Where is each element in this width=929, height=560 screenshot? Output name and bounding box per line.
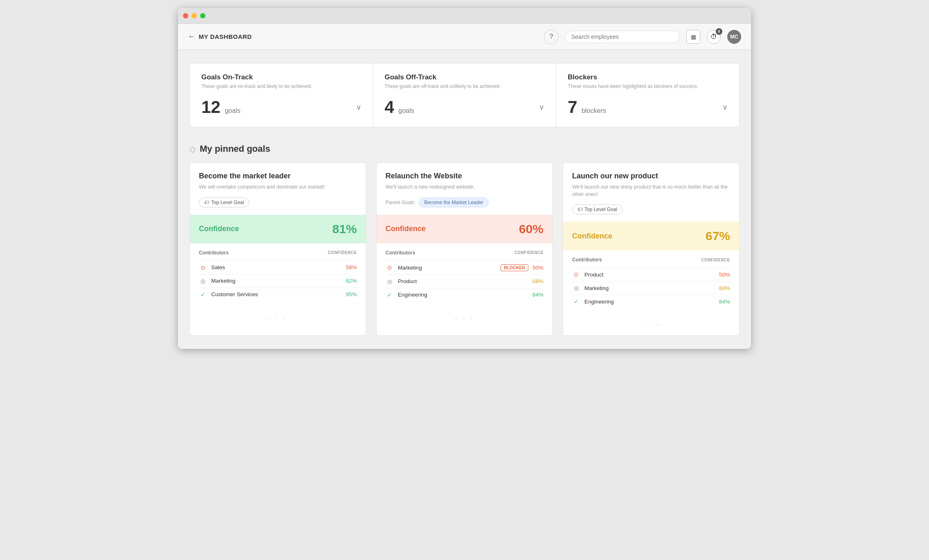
tag-icon: 🏷	[577, 207, 582, 212]
blockers-count: 7 blockers	[568, 97, 606, 117]
goal-2-confidence-col: CONFIDENCE	[514, 250, 543, 255]
avatar[interactable]: MC	[727, 30, 741, 44]
goal-2-parent-goals: Parent Goals: Become the Market Leader	[386, 198, 543, 207]
contributor-3-icon: ✓	[572, 298, 580, 305]
notification-button[interactable]: ⏱ 8	[707, 30, 721, 44]
goal-1-contributors: Contributors CONFIDENCE ⊙ Sales 58% ◎ Ma…	[190, 243, 366, 308]
goal-1-desc: We will overtake competicom and dominate…	[199, 184, 357, 191]
blockers-chevron-icon: ∨	[722, 103, 728, 112]
contributor-2-icon: ◎	[572, 285, 580, 291]
contributor-2-icon: ◎	[386, 278, 394, 285]
list-item: ◎ Product 68%	[386, 274, 543, 288]
pin-icon: ◇	[189, 144, 196, 154]
on-track-count-row: 12 goals ∨	[201, 97, 361, 117]
contributor-2-pct: 68%	[532, 278, 543, 284]
contributor-3-name: Engineering	[584, 299, 715, 305]
contributor-1-name: Sales	[211, 264, 342, 270]
goal-2-contributors-header: Contributors CONFIDENCE	[386, 250, 543, 256]
on-track-title: Goals On-Track	[201, 73, 361, 81]
goal-3-confidence-label: Confidence	[572, 232, 612, 241]
goal-card-1-body: Become the market leader We will overtak…	[190, 163, 366, 215]
blockers-count-row: 7 blockers ∨	[568, 97, 728, 117]
parent-goal-tag[interactable]: Become the Market Leader	[419, 198, 489, 207]
blocked-badge: BLOCKED	[501, 264, 528, 271]
goal-1-confidence-col: CONFIDENCE	[328, 250, 357, 255]
blockers-card[interactable]: Blockers These issues have been highligh…	[556, 63, 739, 127]
goal-3-tag[interactable]: 🏷 Top Level Goal	[572, 205, 622, 214]
parent-goal-label: Parent Goals:	[386, 200, 415, 205]
goal-2-desc: We'll launch a new redesigned website.	[386, 184, 543, 191]
goal-3-confidence-band: Confidence 67%	[563, 222, 739, 250]
goal-3-more-dots: · · ·	[563, 315, 739, 335]
search-input[interactable]	[571, 34, 674, 40]
contributor-1-pct: 50%	[532, 265, 543, 271]
goal-1-contributors-label: Contributors	[199, 250, 229, 256]
goal-3-contributors: Contributors CONFIDENCE ⊙ Product 50% ◎ …	[563, 250, 739, 315]
search-box[interactable]	[565, 31, 680, 43]
contributor-1-icon: ⊙	[386, 264, 394, 271]
off-track-title: Goals Off-Track	[385, 73, 545, 81]
off-track-chevron-icon: ∨	[539, 103, 544, 112]
tag-icon: 🏷	[204, 200, 209, 205]
goal-3-desc: We'll launch our new shiny product that …	[572, 184, 730, 198]
back-button[interactable]: ← MY DASHBOARD	[188, 32, 252, 41]
contributor-3-name: Engineering	[398, 292, 528, 298]
goal-1-confidence-label: Confidence	[199, 225, 239, 233]
goal-card-2: Relaunch the Website We'll launch a new …	[376, 162, 553, 336]
list-item: ◎ Marketing 82%	[199, 274, 357, 288]
help-icon: ?	[550, 33, 553, 40]
goal-2-contributors: Contributors CONFIDENCE ⊙ Marketing BLOC…	[377, 243, 552, 308]
back-arrow-icon: ←	[188, 32, 196, 41]
maximize-button[interactable]	[200, 13, 205, 18]
summary-cards: Goals On-Track These goals are on-track …	[189, 63, 740, 127]
blockers-desc: These issues have been highlighted as bl…	[568, 83, 728, 89]
goal-card-2-body: Relaunch the Website We'll launch a new …	[377, 163, 552, 207]
clock-icon: ⏱	[710, 33, 717, 40]
on-track-chevron-icon: ∨	[356, 103, 361, 112]
goal-1-more-dots: · · ·	[190, 308, 366, 328]
bar-chart-button[interactable]: ▦	[686, 30, 700, 44]
goal-card-3: Launch our new product We'll launch our …	[563, 162, 740, 336]
notification-badge: 8	[716, 28, 722, 35]
goal-1-title: Become the market leader	[199, 172, 357, 180]
goals-on-track-card[interactable]: Goals On-Track These goals are on-track …	[190, 63, 373, 127]
list-item: ✓ Engineering 84%	[386, 288, 543, 301]
goal-3-confidence-pct: 67%	[706, 229, 730, 243]
minimize-button[interactable]	[192, 13, 197, 18]
contributor-1-icon: ⊙	[199, 264, 207, 271]
contributor-1-name: Product	[584, 272, 715, 278]
goal-1-confidence-pct: 81%	[332, 222, 357, 236]
off-track-desc: These goals are off-track and unlikely t…	[385, 83, 545, 89]
list-item: ◎ Marketing 68%	[572, 281, 730, 295]
list-item: ✓ Engineering 84%	[572, 295, 730, 308]
contributor-3-icon: ✓	[386, 292, 394, 298]
goal-cards-container: Become the market leader We will overtak…	[189, 162, 740, 336]
goal-card-1: Become the market leader We will overtak…	[189, 162, 366, 336]
goal-3-title: Launch our new product	[572, 172, 730, 180]
list-item: ⊙ Product 50%	[572, 268, 730, 281]
contributor-1-name: Marketing	[398, 265, 496, 271]
bar-chart-icon: ▦	[691, 34, 696, 40]
help-button[interactable]: ?	[544, 29, 559, 44]
close-button[interactable]	[183, 13, 188, 18]
goal-3-confidence-col: CONFIDENCE	[701, 258, 730, 262]
contributor-3-pct: 84%	[532, 292, 543, 298]
goal-1-tag[interactable]: 🏷 Top Level Goal	[199, 198, 249, 207]
contributor-1-pct: 58%	[346, 264, 357, 270]
on-track-count: 12 goals	[201, 97, 240, 117]
goals-off-track-card[interactable]: Goals Off-Track These goals are off-trac…	[373, 63, 557, 127]
goal-3-contributors-header: Contributors CONFIDENCE	[572, 257, 730, 263]
goal-1-confidence-band: Confidence 81%	[190, 215, 366, 243]
on-track-desc: These goals are on-track and likely to b…	[201, 83, 361, 89]
list-item: ⊙ Marketing BLOCKED 50%	[386, 261, 543, 274]
contributor-2-pct: 68%	[719, 285, 730, 291]
pinned-goals-header: ◇ My pinned goals	[189, 144, 740, 154]
goal-2-contributors-label: Contributors	[386, 250, 415, 256]
contributor-1-icon: ⊙	[572, 271, 580, 278]
traffic-lights	[183, 13, 205, 18]
main-content: Goals On-Track These goals are on-track …	[178, 50, 751, 349]
goal-2-title: Relaunch the Website	[386, 172, 543, 180]
page-title: MY DASHBOARD	[199, 33, 252, 40]
contributor-2-name: Marketing	[211, 278, 342, 284]
contributor-2-pct: 82%	[346, 278, 357, 284]
